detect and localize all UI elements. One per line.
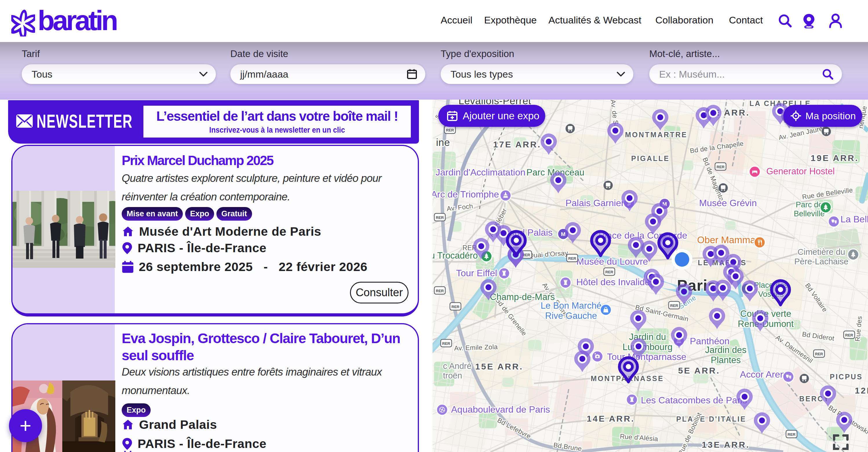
svg-text:Bd Diderot: Bd Diderot [802, 330, 835, 342]
svg-text:17E ARR.: 17E ARR. [493, 139, 541, 149]
svg-text:PLACE D'ITALIE: PLACE D'ITALIE [676, 415, 746, 423]
svg-text:Tour Eiffel: Tour Eiffel [456, 268, 497, 278]
svg-text:5E ARR.: 5E ARR. [678, 366, 720, 375]
svg-text:Tour Montparnasse: Tour Montparnasse [607, 352, 686, 362]
svg-text:Ober Mamma: Ober Mamma [697, 234, 755, 245]
svg-text:Musée Grévin: Musée Grévin [699, 198, 757, 208]
svg-text:RER: RER [716, 165, 724, 169]
svg-text:ine: ine [436, 137, 450, 148]
svg-text:Rue d'Alésia: Rue d'Alésia [620, 432, 658, 443]
svg-text:Aquaboulevard de Paris: Aquaboulevard de Paris [451, 404, 550, 415]
svg-text:RER: RER [787, 432, 796, 437]
svg-text:M: M [561, 231, 565, 237]
svg-text:Panthéon: Panthéon [690, 336, 730, 346]
svg-text:PIGALLE: PIGALLE [631, 154, 670, 162]
svg-text:RER: RER [436, 289, 444, 293]
svg-text:Rue de Belleville: Rue de Belleville [802, 186, 853, 201]
svg-text:RER: RER [568, 256, 576, 261]
svg-text:c Andrétroën: c Andrétroën [443, 361, 471, 380]
svg-text:19E ARR.: 19E ARR. [811, 153, 859, 163]
svg-text:Cimetière duPère-Lachaise: Cimetière duPère-Lachaise [795, 247, 848, 266]
svg-text:RER: RER [605, 270, 613, 274]
svg-text:RER: RER [452, 304, 460, 309]
svg-text:Bd Voltaire: Bd Voltaire [804, 282, 829, 313]
svg-text:Jardin duLuxembourg: Jardin duLuxembourg [623, 332, 673, 352]
svg-text:Generator Hostel: Generator Hostel [766, 166, 835, 176]
svg-text:Av. Foch: Av. Foch [446, 202, 473, 212]
svg-text:RER: RER [845, 333, 853, 337]
svg-text:Hôtel des Invalides: Hôtel des Invalides [576, 277, 654, 287]
svg-text:Bd Lefebvre: Bd Lefebvre [496, 416, 532, 441]
svg-text:Les Catacombes de Paris: Les Catacombes de Paris [641, 395, 747, 406]
svg-text:Av. Emile Zola: Av. Emile Zola [454, 343, 498, 352]
svg-text:12E: 12E [855, 386, 868, 395]
svg-text:Bd de Grenelle: Bd de Grenelle [494, 296, 528, 337]
svg-text:MONTMARTRE: MONTMARTRE [625, 131, 687, 139]
svg-text:Arc de Triomphe: Arc de Triomphe [433, 189, 499, 199]
svg-text:RER: RER [442, 342, 450, 346]
svg-text:Bd Brune: Bd Brune [553, 441, 582, 452]
svg-text:Jardin desPlantes: Jardin desPlantes [705, 345, 746, 365]
svg-text:PICPUS: PICPUS [830, 373, 863, 381]
svg-text:RER: RER [815, 352, 823, 356]
svg-text:Quai d'Orsay: Quai d'Orsay [528, 249, 568, 259]
svg-text:Musée du Louvre: Musée du Louvre [576, 256, 648, 267]
svg-text:RER: RER [436, 216, 444, 220]
svg-text:RER: RER [446, 128, 454, 132]
svg-text:Le Bon MarchéRive Gauche: Le Bon MarchéRive Gauche [540, 300, 601, 321]
svg-text:La Belle: La Belle [840, 214, 868, 224]
svg-text:14E ARR.: 14E ARR. [587, 414, 635, 423]
svg-text:Rue des: Rue des [854, 316, 863, 342]
svg-text:15E ARR.: 15E ARR. [475, 362, 523, 371]
svg-text:Palais Garnier: Palais Garnier [565, 198, 624, 208]
svg-text:lu Trocadéro: lu Trocadéro [433, 251, 478, 261]
svg-text:13E ARR.: 13E ARR. [702, 440, 750, 449]
svg-text:RER: RER [670, 303, 678, 308]
svg-text:e Jardin d'Acclimatation: e Jardin d'Acclimatation [433, 167, 525, 177]
svg-text:Bd de la Chapelle: Bd de la Chapelle [689, 139, 744, 155]
